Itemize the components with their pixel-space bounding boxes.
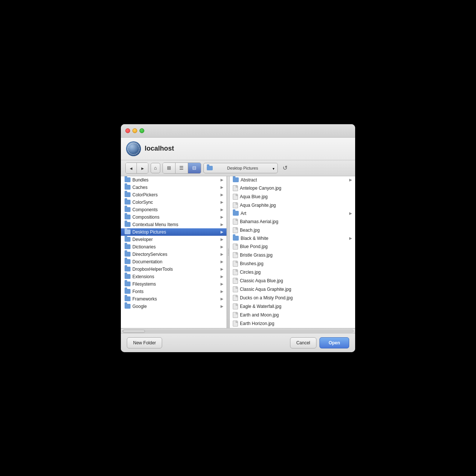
right-panel-item[interactable]: Earth Horizon.jpg — [230, 319, 355, 328]
path-folder-icon — [207, 166, 213, 170]
left-panel-item[interactable]: DirectoryServices▶ — [121, 251, 226, 258]
item-label: Art — [241, 211, 246, 216]
right-panel-item[interactable]: Brushes.jpg — [230, 260, 355, 268]
left-panel-item[interactable]: Compositions▶ — [121, 213, 226, 221]
divider-dot — [228, 249, 229, 250]
left-panel-item[interactable]: Contextual Menu Items▶ — [121, 221, 226, 228]
refresh-button[interactable] — [280, 163, 290, 173]
right-panel-item[interactable]: Blue Pond.jpg — [230, 242, 355, 251]
right-panel-item[interactable]: Bahamas Aerial.jpg — [230, 218, 355, 226]
file-browser: Bundles▶Caches▶ColorPickers▶ColorSync▶Co… — [121, 176, 355, 328]
chevron-right-icon: ▶ — [221, 185, 223, 189]
left-panel-item[interactable]: Google▶ — [121, 303, 226, 310]
left-panel-item[interactable]: Developer▶ — [121, 236, 226, 243]
cancel-button[interactable]: Cancel — [290, 337, 316, 348]
folder-icon — [125, 289, 131, 294]
folder-icon — [125, 222, 131, 227]
item-label: Classic Aqua Graphite.jpg — [240, 287, 291, 292]
left-panel-item[interactable]: Fonts▶ — [121, 288, 226, 295]
scrollbar-track — [122, 329, 354, 332]
item-label: Aqua Blue.jpg — [240, 194, 268, 199]
right-panel-item[interactable]: Art▶ — [230, 210, 355, 218]
path-dropdown[interactable]: Desktop Pictures — [203, 163, 278, 173]
open-button[interactable]: Open — [319, 337, 349, 348]
right-panel-item[interactable]: Ducks on a Misty Pond.jpg — [230, 294, 355, 302]
folder-icon — [125, 282, 131, 286]
left-panel-item[interactable]: DropboxHelperTools▶ — [121, 266, 226, 273]
arrow-left-icon — [130, 166, 132, 170]
item-label: Extensions — [132, 274, 154, 279]
item-label: Caches — [132, 185, 148, 190]
item-label: Google — [132, 304, 147, 309]
traffic-lights — [125, 128, 144, 133]
right-panel-item[interactable]: Abstract▶ — [230, 176, 355, 184]
file-icon — [233, 194, 238, 200]
left-panel-item[interactable]: Filesystems▶ — [121, 280, 226, 288]
item-label: Desktop Pictures — [132, 229, 166, 235]
path-dropdown-text: Desktop Pictures — [227, 166, 258, 170]
back-button[interactable] — [126, 163, 137, 173]
grid-icon — [167, 165, 171, 171]
left-panel-item[interactable]: Components▶ — [121, 206, 226, 213]
chevron-right-icon: ▶ — [349, 236, 352, 240]
item-label: Earth and Moon.jpg — [240, 312, 279, 318]
right-panel-item[interactable]: Earth and Moon.jpg — [230, 311, 355, 319]
chevron-right-icon: ▶ — [221, 289, 223, 293]
item-label: Blue Pond.jpg — [240, 244, 268, 249]
left-panel: Bundles▶Caches▶ColorPickers▶ColorSync▶Co… — [121, 176, 227, 328]
item-label: Beach.jpg — [240, 228, 260, 233]
right-panel-item[interactable]: Antelope Canyon.jpg — [230, 184, 355, 193]
minimize-button[interactable] — [132, 128, 137, 133]
home-button[interactable] — [151, 163, 160, 173]
chevron-right-icon: ▶ — [221, 304, 223, 308]
left-panel-item[interactable]: Bundles▶ — [121, 176, 226, 184]
right-panel-item[interactable]: Black & White▶ — [230, 235, 355, 242]
left-panel-item[interactable]: Documentation▶ — [121, 258, 226, 266]
left-panel-item[interactable]: Caches▶ — [121, 184, 226, 191]
view-icon-button[interactable] — [163, 163, 176, 173]
file-icon — [233, 269, 238, 275]
right-panel-item[interactable]: Classic Aqua Graphite.jpg — [230, 285, 355, 294]
file-icon — [233, 321, 238, 327]
home-icon — [154, 165, 157, 171]
right-panel-item[interactable]: Classic Aqua Blue.jpg — [230, 277, 355, 285]
right-panel-item[interactable]: Aqua Blue.jpg — [230, 193, 355, 201]
item-label: Antelope Canyon.jpg — [240, 186, 281, 191]
file-icon — [233, 185, 238, 191]
location-bar: localhost — [121, 138, 355, 160]
divider-dot — [228, 252, 229, 253]
left-panel-item[interactable]: ColorSync▶ — [121, 199, 226, 206]
view-columns-button[interactable] — [188, 163, 201, 173]
folder-icon — [233, 177, 239, 182]
item-label: ColorPickers — [132, 192, 158, 197]
left-panel-item[interactable]: ColorPickers▶ — [121, 191, 226, 199]
item-label: Contextual Menu Items — [132, 222, 178, 227]
item-label: Fonts — [132, 289, 144, 294]
close-button[interactable] — [125, 128, 130, 133]
file-icon — [233, 219, 238, 225]
right-panel-item[interactable]: Circles.jpg — [230, 268, 355, 277]
left-panel-item[interactable]: Extensions▶ — [121, 273, 226, 280]
chevron-right-icon: ▶ — [221, 260, 223, 264]
scroll-area[interactable] — [121, 328, 355, 334]
file-icon — [233, 227, 238, 233]
file-icon — [233, 244, 238, 250]
right-panel-item[interactable]: Bristle Grass.jpg — [230, 251, 355, 260]
left-panel-item[interactable]: Frameworks▶ — [121, 295, 226, 303]
folder-icon — [125, 177, 131, 182]
new-folder-button[interactable]: New Folder — [127, 337, 162, 348]
scrollbar-thumb[interactable] — [123, 330, 145, 333]
left-panel-item[interactable]: Desktop Pictures▶ — [121, 228, 226, 236]
chevron-down-icon — [273, 165, 274, 171]
right-panel-item[interactable]: Eagle & Waterfall.jpg — [230, 302, 355, 311]
right-panel-item[interactable]: Beach.jpg — [230, 226, 355, 235]
left-panel-item[interactable]: Dictionaries▶ — [121, 243, 226, 251]
maximize-button[interactable] — [139, 128, 144, 133]
right-panel-item[interactable]: Aqua Graphite.jpg — [230, 201, 355, 210]
item-label: DirectoryServices — [132, 252, 167, 257]
file-icon — [233, 303, 238, 309]
forward-button[interactable] — [137, 163, 148, 173]
view-list-button[interactable] — [176, 163, 188, 173]
item-label: Ducks on a Misty Pond.jpg — [240, 295, 293, 300]
folder-icon — [125, 229, 131, 234]
